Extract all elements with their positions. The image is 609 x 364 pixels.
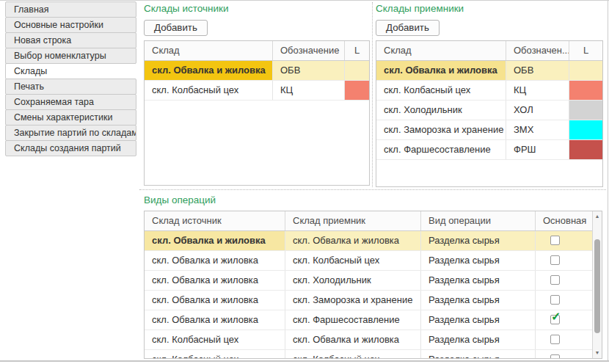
- column-header-vid-operacii[interactable]: Вид операции: [421, 211, 536, 230]
- cell-code[interactable]: ОБВ: [506, 61, 569, 80]
- column-header-oboznachenie[interactable]: Обозначение: [273, 41, 345, 60]
- cell-code[interactable]: КЦ: [506, 81, 569, 100]
- cell-sklad[interactable]: скл. Обвалка и жиловка: [145, 61, 273, 80]
- sidebar-item-smeny-kharakteristiki[interactable]: Смены характеристики: [5, 109, 136, 125]
- cell-code[interactable]: ХОЛ: [506, 101, 569, 120]
- sidebar-item-pechat[interactable]: Печать: [5, 79, 136, 95]
- scrollbar-thumb[interactable]: [594, 239, 600, 333]
- main-checkbox[interactable]: [550, 295, 560, 305]
- cell-src[interactable]: скл. Обвалка и жиловка: [145, 310, 285, 330]
- main-checkbox[interactable]: [550, 255, 560, 265]
- cell-color[interactable]: [569, 120, 602, 139]
- column-header-oboznachenie[interactable]: Обозначен...: [506, 41, 569, 60]
- receivers-table-header: Склад Обозначен... L: [376, 41, 602, 61]
- sidebar-item-sklady-sozdaniya-partiy[interactable]: Склады создания партий: [5, 140, 136, 156]
- cell-main[interactable]: [536, 310, 592, 330]
- cell-dst[interactable]: скл. Колбасный цех: [285, 251, 421, 270]
- sidebar-item-novaya-stroka[interactable]: Новая строка: [5, 32, 136, 48]
- table-row[interactable]: скл. Колбасный цех КЦ: [145, 81, 369, 101]
- cell-src[interactable]: скл. Обвалка и жиловка: [145, 291, 285, 310]
- cell-op[interactable]: Разделка сырья: [421, 330, 536, 349]
- main-checkbox-checked[interactable]: [550, 315, 560, 324]
- column-header-l[interactable]: L: [345, 41, 369, 60]
- cell-dst[interactable]: скл. Фаршесоставление: [285, 310, 421, 330]
- sidebar-item-osnovnye-nastroyki[interactable]: Основные настройки: [5, 17, 136, 33]
- cell-op[interactable]: Разделка сырья: [421, 350, 536, 359]
- scroll-down-icon[interactable]: ▼: [593, 349, 602, 357]
- cell-op[interactable]: Разделка сырья: [421, 310, 536, 330]
- cell-main[interactable]: [536, 231, 592, 250]
- cell-src[interactable]: скл. Обвалка и жиловка: [145, 231, 285, 250]
- cell-dst[interactable]: скл. Холодильник: [285, 271, 421, 290]
- vertical-splitter[interactable]: [372, 2, 373, 187]
- table-row[interactable]: скл. Обвалка и жиловка скл. Колбасный це…: [145, 251, 602, 271]
- cell-main[interactable]: [536, 251, 592, 270]
- cell-color[interactable]: [345, 81, 369, 100]
- cell-src[interactable]: скл. Колбасный цех: [145, 350, 285, 359]
- cell-sklad[interactable]: скл. Заморозка и хранение: [376, 120, 506, 139]
- cell-color[interactable]: [569, 101, 602, 120]
- column-header-l[interactable]: L: [569, 41, 602, 60]
- operations-table-header: Склад источник Склад приемник Вид операц…: [145, 211, 602, 231]
- cell-src[interactable]: скл. Обвалка и жиловка: [145, 271, 285, 290]
- column-header-sklad[interactable]: Склад: [376, 41, 506, 60]
- cell-dst[interactable]: скл. Заморозка и хранение: [285, 291, 421, 310]
- cell-op[interactable]: Разделка сырья: [421, 291, 536, 310]
- table-row[interactable]: скл. Фаршесоставление ФРШ: [376, 140, 602, 160]
- cell-main[interactable]: [536, 330, 592, 349]
- sources-add-button[interactable]: Добавить: [144, 20, 208, 36]
- table-row[interactable]: скл. Обвалка и жиловка ОБВ: [376, 61, 602, 81]
- cell-dst[interactable]: скл. Обвалка и жиловка: [285, 231, 421, 250]
- table-row[interactable]: скл. Холодильник ХОЛ: [376, 101, 602, 120]
- cell-dst[interactable]: скл. Обвалка и жиловка: [285, 330, 421, 349]
- cell-src[interactable]: скл. Колбасный цех: [145, 330, 285, 349]
- scroll-up-icon[interactable]: ▲: [593, 212, 602, 221]
- table-row[interactable]: скл. Обвалка и жиловка скл. Обвалка и жи…: [145, 231, 602, 251]
- cell-op[interactable]: Разделка сырья: [421, 271, 536, 290]
- cell-sklad[interactable]: скл. Колбасный цех: [376, 81, 506, 100]
- table-row[interactable]: скл. Обвалка и жиловка скл. Фаршесоставл…: [145, 310, 602, 330]
- cell-sklad[interactable]: скл. Фаршесоставление: [376, 140, 506, 159]
- cell-main[interactable]: [536, 291, 592, 310]
- sidebar-item-sklady[interactable]: Склады: [5, 63, 136, 79]
- table-row[interactable]: скл. Колбасный цех скл. Колбасный цех Ра…: [145, 350, 602, 359]
- cell-sklad[interactable]: скл. Обвалка и жиловка: [376, 61, 506, 80]
- cell-code[interactable]: КЦ: [273, 81, 345, 100]
- horizontal-splitter[interactable]: [139, 189, 606, 190]
- sidebar-item-vybor-nomenklatury[interactable]: Выбор номенклатуры: [5, 48, 136, 64]
- main-checkbox[interactable]: [550, 275, 560, 285]
- table-row[interactable]: скл. Заморозка и хранение ЗМХ: [376, 120, 602, 140]
- column-header-osnovnaya[interactable]: Основная: [536, 211, 592, 230]
- cell-main[interactable]: [536, 350, 592, 359]
- cell-src[interactable]: скл. Обвалка и жиловка: [145, 251, 285, 270]
- column-header-sklad-priemnik[interactable]: Склад приемник: [285, 211, 421, 230]
- cell-color[interactable]: [345, 61, 369, 80]
- cell-code[interactable]: ЗМХ: [506, 120, 569, 139]
- cell-op[interactable]: Разделка сырья: [421, 251, 536, 270]
- cell-main[interactable]: [536, 271, 592, 290]
- cell-sklad[interactable]: скл. Холодильник: [376, 101, 506, 120]
- sidebar-item-sokhranyaemaya-tara[interactable]: Сохраняемая тара: [5, 94, 136, 110]
- cell-code[interactable]: ОБВ: [273, 61, 345, 80]
- column-header-sklad[interactable]: Склад: [145, 41, 273, 60]
- vertical-scrollbar[interactable]: ▲ ▼: [592, 211, 602, 358]
- main-checkbox[interactable]: [550, 236, 560, 245]
- table-row[interactable]: скл. Колбасный цех КЦ: [376, 81, 602, 101]
- table-row[interactable]: скл. Колбасный цех скл. Обвалка и жиловк…: [145, 330, 602, 350]
- sidebar-item-zakrytie-partiy[interactable]: Закрытие партий по складам: [5, 125, 136, 141]
- column-header-sklad-istochnik[interactable]: Склад источник: [145, 211, 285, 230]
- cell-code[interactable]: ФРШ: [506, 140, 569, 159]
- cell-op[interactable]: Разделка сырья: [421, 231, 536, 250]
- cell-dst[interactable]: скл. Колбасный цех: [285, 350, 421, 359]
- cell-color[interactable]: [569, 61, 602, 80]
- table-row[interactable]: скл. Обвалка и жиловка скл. Холодильник …: [145, 271, 602, 291]
- receivers-add-button[interactable]: Добавить: [376, 20, 440, 36]
- cell-color[interactable]: [569, 81, 602, 100]
- main-checkbox[interactable]: [550, 354, 560, 359]
- table-row[interactable]: скл. Обвалка и жиловка ОБВ: [145, 61, 369, 81]
- cell-color[interactable]: [569, 140, 602, 159]
- table-row[interactable]: скл. Обвалка и жиловка скл. Заморозка и …: [145, 291, 602, 310]
- main-checkbox[interactable]: [550, 335, 560, 344]
- cell-sklad[interactable]: скл. Колбасный цех: [145, 81, 273, 100]
- sidebar-item-glavnaya[interactable]: Главная: [5, 1, 136, 18]
